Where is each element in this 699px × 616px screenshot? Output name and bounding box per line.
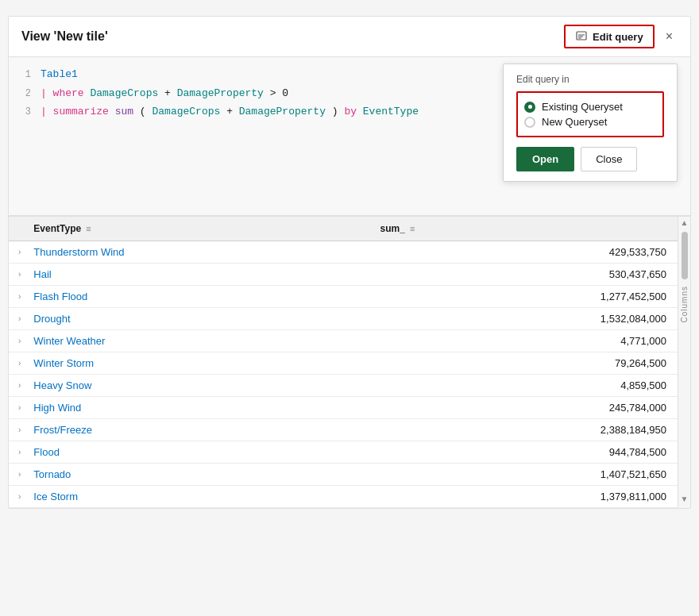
row-expand-1[interactable]: › (9, 264, 25, 286)
row-expand-3[interactable]: › (9, 308, 25, 330)
table-body: › Thunderstorm Wind 429,533,750 › Hail 5… (9, 241, 690, 508)
cell-event-5: Winter Storm (25, 352, 372, 375)
row-expand-11[interactable]: › (9, 486, 25, 508)
cell-sum-7: 245,784,000 (373, 397, 690, 419)
columns-label: Columns (680, 286, 689, 322)
col-sum-icon: ≡ (410, 224, 415, 233)
row-expand-4[interactable]: › (9, 330, 25, 352)
cell-sum-2: 1,277,452,500 (373, 286, 690, 308)
cell-sum-1: 530,437,650 (373, 264, 690, 286)
cell-event-7: High Wind (25, 397, 372, 419)
main-container: View 'New tile' Edit query × 1 Table1 (8, 16, 691, 509)
row-expand-6[interactable]: › (9, 375, 25, 397)
cell-event-2: Flash Flood (25, 286, 372, 308)
cell-event-1: Hail (25, 264, 372, 286)
cell-event-3: Drought (25, 308, 372, 330)
cell-sum-11: 1,379,811,000 (373, 486, 690, 508)
side-scrollbar: ▲ Columns ▼ (678, 217, 690, 508)
cell-sum-3: 1,532,084,000 (373, 308, 690, 330)
table-section: EventType ≡ sum_ ≡ (9, 216, 690, 508)
header-actions: Edit query × (564, 25, 678, 48)
scroll-down-arrow[interactable]: ▼ (679, 493, 690, 505)
col-event-type-icon: ≡ (86, 224, 91, 233)
col-sum: sum_ ≡ (373, 217, 690, 241)
table-row: › Winter Weather 4,771,000 (9, 330, 690, 352)
popup-close-button[interactable]: Close (581, 147, 637, 171)
cell-sum-9: 944,784,500 (373, 441, 690, 464)
popup-options-box: Existing Queryset New Queryset (516, 91, 664, 137)
table-row: › Heavy Snow 4,859,500 (9, 375, 690, 397)
cell-event-10: Tornado (25, 464, 372, 486)
scroll-thumb[interactable] (682, 232, 688, 279)
row-expand-9[interactable]: › (9, 441, 25, 464)
table-row: › Hail 530,437,650 (9, 264, 690, 286)
cell-event-0: Thunderstorm Wind (25, 241, 372, 264)
table-row: › Winter Storm 79,264,500 (9, 352, 690, 375)
close-button[interactable]: × (661, 28, 678, 45)
table-row: › Flash Flood 1,277,452,500 (9, 286, 690, 308)
cell-event-4: Winter Weather (25, 330, 372, 352)
cell-sum-0: 429,533,750 (373, 241, 690, 264)
radio-existing-queryset[interactable]: Existing Queryset (524, 101, 656, 113)
cell-sum-6: 4,859,500 (373, 375, 690, 397)
table-row: › Thunderstorm Wind 429,533,750 (9, 241, 690, 264)
table-row: › Tornado 1,407,521,650 (9, 464, 690, 486)
table-header: EventType ≡ sum_ ≡ (9, 217, 690, 241)
col-event-type: EventType ≡ (25, 217, 372, 241)
table-row: › Ice Storm 1,379,811,000 (9, 486, 690, 508)
radio-existing-indicator (524, 102, 535, 113)
radio-new-queryset[interactable]: New Queryset (524, 116, 656, 128)
table-wrapper[interactable]: EventType ≡ sum_ ≡ (9, 217, 690, 508)
open-button[interactable]: Open (516, 147, 574, 171)
row-expand-5[interactable]: › (9, 352, 25, 375)
page-title: View 'New tile' (21, 29, 108, 44)
edit-query-button[interactable]: Edit query (564, 25, 655, 48)
cell-sum-8: 2,388,184,950 (373, 419, 690, 441)
header: View 'New tile' Edit query × (9, 17, 690, 57)
radio-existing-label: Existing Queryset (542, 101, 623, 113)
table-row: › High Wind 245,784,000 (9, 397, 690, 419)
edit-query-icon (575, 30, 588, 43)
popup-label: Edit query in (516, 74, 664, 85)
cell-event-9: Flood (25, 441, 372, 464)
row-expand-0[interactable]: › (9, 241, 25, 264)
table-row: › Flood 944,784,500 (9, 441, 690, 464)
popup-buttons: Open Close (516, 147, 664, 171)
edit-query-popup: Edit query in Existing Queryset New Quer… (503, 64, 678, 182)
table-row: › Drought 1,532,084,000 (9, 308, 690, 330)
row-expand-7[interactable]: › (9, 397, 25, 419)
radio-new-label: New Queryset (542, 116, 607, 128)
cell-sum-4: 4,771,000 (373, 330, 690, 352)
row-expand-10[interactable]: › (9, 464, 25, 486)
row-expand-2[interactable]: › (9, 286, 25, 308)
table-row: › Frost/Freeze 2,388,184,950 (9, 419, 690, 441)
radio-new-indicator (524, 117, 535, 128)
cell-event-6: Heavy Snow (25, 375, 372, 397)
cell-event-8: Frost/Freeze (25, 419, 372, 441)
cell-sum-10: 1,407,521,650 (373, 464, 690, 486)
cell-sum-5: 79,264,500 (373, 352, 690, 375)
data-table: EventType ≡ sum_ ≡ (9, 217, 690, 508)
row-expand-8[interactable]: › (9, 419, 25, 441)
cell-event-11: Ice Storm (25, 486, 372, 508)
scroll-up-arrow[interactable]: ▲ (679, 217, 690, 229)
code-section: 1 Table1 2 | where DamageCrops + DamageP… (9, 57, 690, 216)
